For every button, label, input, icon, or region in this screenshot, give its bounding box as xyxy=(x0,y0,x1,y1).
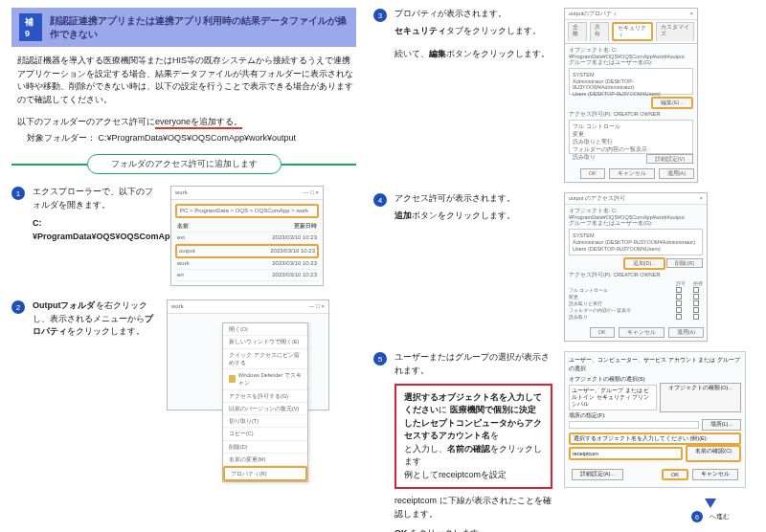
step5-after: receiptcom に下線が表示されたことを確認します。 xyxy=(394,495,552,521)
target-folder-path: 対象フォルダー： C:¥ProgramData¥OQS¥OQSComApp¥wo… xyxy=(27,132,354,144)
ok-button[interactable]: OK xyxy=(662,469,688,480)
object-name-input[interactable]: receiptcom xyxy=(569,447,683,460)
menu-item[interactable]: 削除(D) xyxy=(223,441,307,454)
section-divider: フォルダのアクセス許可に追加します xyxy=(11,154,356,174)
arrow-down-icon xyxy=(705,499,716,508)
apply-button[interactable]: 適用(A) xyxy=(668,327,704,338)
location-button[interactable]: 場所(L)... xyxy=(702,419,741,431)
step-number: 6 xyxy=(691,511,703,522)
window-controls: — □ × xyxy=(304,188,319,197)
continue-indicator: 6 へ進む xyxy=(691,499,730,522)
tab-security[interactable]: セキュリティ xyxy=(612,22,652,41)
select-user-dialog: ユーザー、コンピューター、サービス アカウント または グループ の選択 オブジ… xyxy=(564,351,746,488)
permissions-dialog: output のアクセス許可× オブジェクト名: C:¥ProgramData¥… xyxy=(564,192,708,342)
shield-icon xyxy=(229,375,236,383)
step-number: 4 xyxy=(373,193,387,207)
menu-item[interactable]: アクセスを許可する(G) xyxy=(223,390,307,403)
apply-button[interactable]: 適用(A) xyxy=(659,168,694,179)
everyone-underline: everyoneを追加する。 xyxy=(155,117,242,129)
ok-button[interactable]: OK xyxy=(580,168,605,179)
intro-paragraph: 顔認証機器を導入する医療機関等またはHIS等の既存システムから接続するうえで連携… xyxy=(17,55,354,106)
step1-path: C:¥ProgramData¥OQS¥OQSComApp¥work xyxy=(33,217,157,243)
properties-dialog: outputのプロパティ× 全般 共有 セキュリティ カスタマイズ オブジェクト… xyxy=(564,8,698,183)
menu-item[interactable]: 新しいウィンドウで開く(E) xyxy=(223,336,307,348)
red-instruction-box: 選択するオブジェクト名を入力してくださいに 医療機関で個別に決定したレセプトコン… xyxy=(394,384,552,490)
menu-item[interactable]: 名前の変更(M) xyxy=(223,454,307,466)
remove-button[interactable]: 削除(R) xyxy=(666,258,703,268)
tab-share[interactable]: 共有 xyxy=(590,22,609,41)
cancel-button[interactable]: キャンセル xyxy=(619,327,665,338)
step-number: 5 xyxy=(373,352,387,366)
banner-tag: 補9 xyxy=(19,13,42,41)
tab-general[interactable]: 全般 xyxy=(568,22,587,41)
breadcrumb-highlight: PC > ProgramData > OQS > OQSComApp > wor… xyxy=(175,204,319,218)
checkbox[interactable] xyxy=(693,287,699,293)
window-controls: — □ × xyxy=(309,302,325,311)
step-4: 4 アクセス許可が表示されます。 追加ボタンをクリックします。 output の… xyxy=(373,192,747,342)
step-3: 3 プロパティが表示されます。 セキュリティタブをクリックします。 続いて、編集… xyxy=(373,8,747,183)
explorer-mock-2: work — □ × 開く(O) 新しいウィンドウで開く(E) クイック アクセ… xyxy=(167,299,329,410)
everyone-instruction: 以下のフォルダーのアクセス許可にeveryoneを追加する。 xyxy=(17,116,354,128)
check-names-button[interactable]: 名前の確認(C) xyxy=(686,445,741,462)
step-number: 3 xyxy=(373,9,387,22)
menu-item[interactable]: 切り取り(T) xyxy=(223,415,307,428)
step4-line1: アクセス許可が表示されます。 xyxy=(394,192,552,206)
object-type-button[interactable]: オブジェクトの種類(O)... xyxy=(660,383,741,412)
step1-text: エクスプローラーで、以下のフォルダを開きます。 xyxy=(33,187,153,210)
menu-item[interactable]: 開く(O) xyxy=(223,323,307,336)
step-number: 2 xyxy=(11,300,25,314)
menu-item[interactable]: コピー(C) xyxy=(223,428,307,440)
edit-button[interactable]: 編集(E)... xyxy=(651,97,693,109)
divider-label: フォルダのアクセス許可に追加します xyxy=(87,154,282,174)
menu-item[interactable]: 以前のバージョンの復元(V) xyxy=(223,403,307,415)
step-number: 1 xyxy=(11,187,25,200)
menu-item-properties[interactable]: プロパティ(R) xyxy=(223,466,307,481)
step-1: 1 エクスプローラーで、以下のフォルダを開きます。 C:¥ProgramData… xyxy=(11,186,356,286)
ok-button[interactable]: OK xyxy=(590,327,615,338)
step3-line1: プロパティが表示されます。 xyxy=(394,8,552,21)
section-banner: 補9 顔認証連携アプリまたは連携アプリ利用時の結果データファイルが操作できない xyxy=(11,8,356,47)
context-menu: 開く(O) 新しいウィンドウで開く(E) クイック アクセスにピン留めする Wi… xyxy=(222,322,308,482)
advanced-button[interactable]: 詳細設定(A)... xyxy=(572,469,623,480)
banner-title: 顔認証連携アプリまたは連携アプリ利用時の結果データファイルが操作できない xyxy=(50,14,349,41)
step5-line1: ユーザーまたはグループの選択が表示されます。 xyxy=(394,351,552,378)
menu-item[interactable]: Windows Defender でスキャン xyxy=(223,369,307,390)
explorer-mock: work — □ × PC > ProgramData > OQS > OQSC… xyxy=(170,186,324,286)
advanced-button[interactable]: 詳細設定(V) xyxy=(646,154,693,164)
menu-item[interactable]: クイック アクセスにピン留めする xyxy=(223,349,307,370)
cancel-button[interactable]: キャンセル xyxy=(609,168,655,179)
checkbox[interactable] xyxy=(676,287,682,293)
add-button[interactable]: 追加(D)... xyxy=(623,257,665,270)
step-2: 2 Outputフォルダを右クリックし、表示されるメニューからプロパティをクリッ… xyxy=(11,299,356,410)
cancel-button[interactable]: キャンセル xyxy=(692,469,738,480)
